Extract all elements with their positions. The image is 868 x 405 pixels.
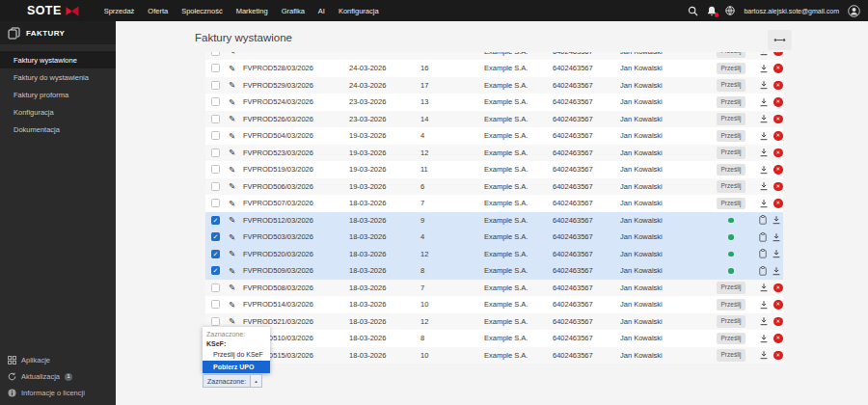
delete-icon[interactable]: ✕ bbox=[773, 52, 783, 56]
download-icon[interactable] bbox=[759, 181, 769, 191]
popup-item-przeslij-do-ksef[interactable]: Prześlij do KSeF bbox=[203, 348, 270, 361]
send-to-ksef-button[interactable]: Prześlij bbox=[717, 198, 746, 210]
row-checkbox[interactable] bbox=[211, 52, 220, 56]
row-checkbox[interactable] bbox=[211, 300, 220, 309]
download-icon[interactable] bbox=[759, 316, 769, 326]
sidebar-item-konfiguracja[interactable]: Konfiguracja bbox=[0, 103, 116, 121]
delete-icon[interactable]: ✕ bbox=[773, 81, 783, 91]
send-to-ksef-button[interactable]: Prześlij bbox=[717, 164, 746, 176]
row-checkbox[interactable]: ✓ bbox=[211, 266, 220, 275]
table-row[interactable]: ✎ FVPROD504/03/2026 19-03-2026 4 Example… bbox=[205, 127, 783, 145]
send-to-ksef-button[interactable]: Prześlij bbox=[717, 147, 746, 159]
search-icon[interactable] bbox=[688, 6, 698, 16]
send-to-ksef-button[interactable]: Prześlij bbox=[717, 282, 746, 294]
table-row[interactable]: ✎ FVPROD515/03/2026 18-03-2026 10 Exampl… bbox=[205, 347, 783, 364]
table-row[interactable]: ✎ FVPROD510/03/2026 18-03-2026 8 Example… bbox=[205, 330, 783, 347]
table-row[interactable]: ✎ FVPROD526/03/2026 23-03-2026 14 Exampl… bbox=[205, 111, 783, 128]
download-icon[interactable] bbox=[759, 300, 769, 310]
delete-icon[interactable]: ✕ bbox=[773, 182, 783, 192]
download-icon[interactable] bbox=[759, 114, 769, 123]
download-icon[interactable] bbox=[772, 249, 781, 258]
edit-icon[interactable]: ✎ bbox=[229, 81, 235, 90]
download-icon[interactable] bbox=[759, 52, 769, 56]
download-icon[interactable] bbox=[759, 350, 769, 360]
send-to-ksef-button[interactable]: Prześlij bbox=[717, 333, 746, 345]
clipboard-icon[interactable] bbox=[759, 266, 767, 276]
sidebar-item-faktury-proforma[interactable]: Faktury proforma bbox=[0, 86, 116, 103]
send-to-ksef-button[interactable]: Prześlij bbox=[717, 299, 746, 311]
delete-icon[interactable]: ✕ bbox=[773, 131, 783, 141]
clipboard-icon[interactable] bbox=[759, 249, 767, 258]
table-row[interactable]: ✎ FVPROD521/03/2026 18-03-2026 12 Exampl… bbox=[205, 313, 783, 331]
sidebar-item-dokumentacja[interactable]: Dokumentacja bbox=[0, 121, 116, 138]
download-icon[interactable] bbox=[759, 199, 769, 208]
menu-item-grafika[interactable]: Grafika bbox=[282, 7, 305, 15]
delete-icon[interactable]: ✕ bbox=[773, 199, 783, 208]
edit-icon[interactable]: ✎ bbox=[229, 132, 235, 141]
row-checkbox[interactable] bbox=[211, 115, 220, 123]
edit-icon[interactable]: ✎ bbox=[229, 148, 235, 157]
edit-icon[interactable]: ✎ bbox=[229, 267, 235, 276]
menu-item-konfiguracja[interactable]: Konfiguracja bbox=[339, 7, 379, 15]
download-icon[interactable] bbox=[759, 131, 769, 141]
download-icon[interactable] bbox=[759, 64, 769, 73]
delete-icon[interactable]: ✕ bbox=[773, 148, 783, 158]
table-row[interactable]: ✓ ✎ FVPROD509/03/2026 18-03-2026 8 Examp… bbox=[205, 262, 783, 280]
send-to-ksef-button[interactable]: Prześlij bbox=[717, 63, 746, 75]
table-row[interactable]: ✎ FVPROD528/03/2026 24-03-2026 16 Exampl… bbox=[205, 60, 783, 77]
delete-icon[interactable]: ✕ bbox=[773, 115, 783, 124]
notifications-bell-icon[interactable] bbox=[707, 6, 717, 16]
table-row[interactable]: ✎ FVPROD524/03/2026 23-03-2026 13 Exampl… bbox=[205, 94, 783, 111]
edit-icon[interactable]: ✎ bbox=[229, 216, 235, 225]
send-to-ksef-button[interactable]: Prześlij bbox=[717, 113, 746, 125]
language-globe-icon[interactable] bbox=[725, 6, 735, 15]
delete-icon[interactable]: ✕ bbox=[773, 284, 783, 293]
menu-item-ai[interactable]: AI bbox=[318, 7, 325, 15]
table-options-button[interactable] bbox=[768, 30, 792, 50]
edit-icon[interactable]: ✎ bbox=[229, 233, 235, 242]
menu-item-oferta[interactable]: Oferta bbox=[148, 7, 168, 15]
table-row[interactable]: ✓ ✎ FVPROD503/03/2026 18-03-2026 4 Examp… bbox=[205, 229, 783, 246]
edit-icon[interactable]: ✎ bbox=[229, 52, 235, 56]
sidebar-item-informacje-o-licencji[interactable]: Informacje o licencji bbox=[0, 385, 116, 401]
clipboard-icon[interactable] bbox=[759, 232, 767, 242]
delete-icon[interactable]: ✕ bbox=[773, 334, 783, 343]
row-checkbox[interactable] bbox=[211, 148, 220, 157]
row-checkbox[interactable] bbox=[211, 97, 220, 106]
row-checkbox[interactable] bbox=[211, 64, 220, 72]
user-email[interactable]: bartosz.alejski.sote@gmail.com bbox=[744, 8, 839, 14]
send-to-ksef-button[interactable]: Prześlij bbox=[717, 52, 746, 58]
menu-item-spolecznosc[interactable]: Społeczność bbox=[181, 7, 223, 15]
row-checkbox[interactable] bbox=[211, 131, 220, 140]
bulk-select[interactable]: Zaznaczone: ▴ bbox=[203, 374, 262, 388]
send-to-ksef-button[interactable]: Prześlij bbox=[717, 79, 746, 92]
table-row[interactable]: ✎ FVPROD519/03/2026 19-03-2026 11 Exampl… bbox=[205, 161, 783, 178]
send-to-ksef-button[interactable]: Prześlij bbox=[717, 315, 746, 328]
delete-icon[interactable]: ✕ bbox=[773, 300, 783, 310]
send-to-ksef-button[interactable]: Prześlij bbox=[717, 130, 746, 143]
send-to-ksef-button[interactable]: Prześlij bbox=[717, 349, 746, 362]
sidebar-item-aplikacje[interactable]: Aplikacje bbox=[0, 352, 116, 368]
table-row[interactable]: ✎ FVPROD506/03/2026 19-03-2026 6 Example… bbox=[205, 178, 783, 196]
send-to-ksef-button[interactable]: Prześlij bbox=[717, 180, 746, 193]
download-icon[interactable] bbox=[759, 148, 769, 157]
edit-icon[interactable]: ✎ bbox=[229, 182, 235, 191]
delete-icon[interactable]: ✕ bbox=[773, 64, 783, 73]
row-checkbox[interactable] bbox=[211, 182, 220, 191]
delete-icon[interactable]: ✕ bbox=[773, 165, 783, 175]
download-icon[interactable] bbox=[759, 165, 769, 175]
download-icon[interactable] bbox=[759, 97, 769, 107]
edit-icon[interactable]: ✎ bbox=[229, 200, 235, 208]
edit-icon[interactable]: ✎ bbox=[229, 250, 235, 258]
row-checkbox[interactable]: ✓ bbox=[211, 216, 220, 225]
table-row[interactable]: ✎ FVPROD529/03/2026 24-03-2026 17 Exampl… bbox=[205, 77, 783, 94]
download-icon[interactable] bbox=[759, 80, 769, 90]
download-icon[interactable] bbox=[772, 232, 781, 242]
popup-item-pobierz-upo[interactable]: Pobierz UPO bbox=[203, 361, 270, 373]
edit-icon[interactable]: ✎ bbox=[229, 301, 235, 310]
edit-icon[interactable]: ✎ bbox=[229, 166, 235, 175]
row-checkbox[interactable]: ✓ bbox=[211, 232, 220, 241]
delete-icon[interactable]: ✕ bbox=[773, 351, 783, 361]
table-row[interactable]: ✎ FVPROD508/03/2026 18-03-2026 7 Example… bbox=[205, 280, 783, 297]
edit-icon[interactable]: ✎ bbox=[229, 317, 235, 326]
